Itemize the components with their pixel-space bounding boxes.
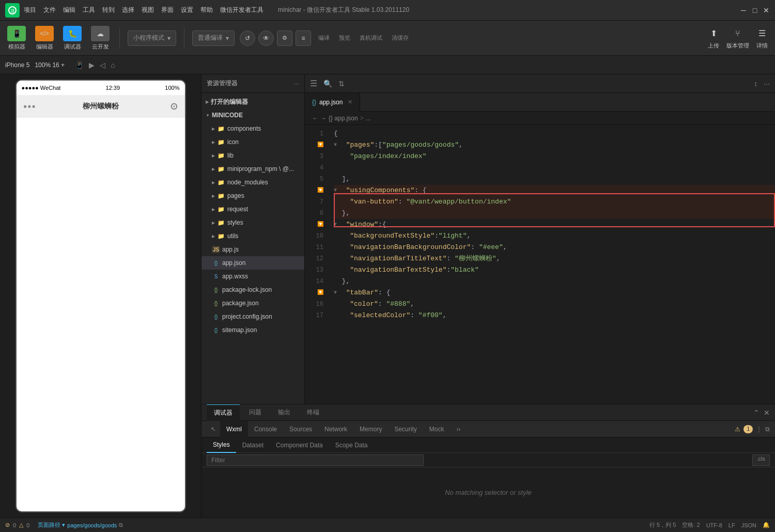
- debug-icon-button[interactable]: ⚙: [277, 30, 292, 46]
- app-logo: 迷: [5, 3, 20, 18]
- statusbar-bell-icon[interactable]: 🔔: [763, 522, 770, 528]
- folder-utils[interactable]: ▶ 📁 utils: [202, 229, 304, 243]
- menu-view[interactable]: 视图: [142, 6, 154, 14]
- zoom-level[interactable]: 100% 16 +: [35, 61, 65, 69]
- breadcrumb-more[interactable]: ...: [366, 115, 371, 122]
- tab-appjson[interactable]: {} app.json ✕: [305, 93, 360, 112]
- bottom-tab-issues[interactable]: 问题: [242, 404, 269, 421]
- menu-settings[interactable]: 设置: [181, 6, 193, 14]
- bottom-tab-terminal[interactable]: 终端: [300, 404, 327, 421]
- menu-interface[interactable]: 界面: [161, 6, 174, 14]
- home-icon[interactable]: ⌂: [111, 61, 115, 69]
- resource-more-icon[interactable]: ···: [294, 80, 299, 87]
- search-icon[interactable]: 🔍: [323, 80, 332, 88]
- folder-components[interactable]: ▶ 📁 components: [202, 122, 304, 135]
- minimize-button[interactable]: ─: [740, 7, 747, 14]
- styles-tab-styles[interactable]: Styles: [207, 437, 236, 453]
- close-button[interactable]: ✕: [763, 7, 770, 14]
- devtools-tab-sources[interactable]: Sources: [283, 421, 318, 437]
- menu-project[interactable]: 项目: [24, 6, 36, 14]
- devtools-tab-wxml[interactable]: Wxml: [220, 421, 248, 437]
- cls-button[interactable]: .cls: [752, 455, 770, 466]
- folder-icon[interactable]: ▶ 📁 icon: [202, 135, 304, 149]
- maximize-button[interactable]: □: [751, 7, 758, 14]
- folder-pages[interactable]: ▶ 📁 pages: [202, 189, 304, 202]
- device-name[interactable]: iPhone 5: [5, 61, 29, 69]
- menu-file[interactable]: 文件: [43, 6, 56, 14]
- folder-miniprogram-npm[interactable]: ▶ 📁 miniprogram_npm \ @...: [202, 162, 304, 176]
- debugger-button[interactable]: 🐛 调试器: [61, 26, 84, 51]
- editor-label: 编辑器: [36, 43, 53, 51]
- phone-more-dots[interactable]: •••: [24, 101, 37, 112]
- folder-lib[interactable]: ▶ 📁 lib: [202, 149, 304, 162]
- collapse-icon[interactable]: ↕: [754, 80, 757, 88]
- file-appjs-name: app.js: [222, 246, 239, 253]
- bottom-expand-icon[interactable]: ⌃: [753, 409, 760, 417]
- list-icon[interactable]: ☰: [310, 79, 317, 88]
- breadcrumb-back[interactable]: ←: [312, 115, 318, 122]
- open-editors-section[interactable]: ▶ 打开的编辑器: [202, 95, 304, 108]
- cloud-button[interactable]: ☁ 云开发: [89, 26, 112, 51]
- devtools-tab-memory[interactable]: Memory: [353, 421, 388, 437]
- file-appjs[interactable]: JS app.js: [202, 243, 304, 256]
- bottom-tab-output[interactable]: 输出: [271, 404, 298, 421]
- file-projectconfigjson[interactable]: {} project.config.json: [202, 310, 304, 323]
- folder-components-arrow: ▶: [212, 127, 215, 131]
- devtools-more-icon[interactable]: ⋮: [756, 426, 762, 433]
- back-icon[interactable]: ◁: [100, 61, 105, 69]
- mode-dropdown[interactable]: 小程序模式 ▾: [128, 30, 176, 46]
- bottom-close-icon[interactable]: ✕: [764, 409, 770, 417]
- file-packagejson[interactable]: {} package.json: [202, 296, 304, 310]
- menu-tool[interactable]: 工具: [83, 6, 95, 14]
- fold-6[interactable]: ▼: [334, 185, 337, 196]
- play-icon[interactable]: ▶: [89, 61, 95, 69]
- compile-dropdown[interactable]: 普通编译 ▾: [192, 30, 235, 46]
- phone-scan-icon[interactable]: ⊙: [170, 101, 178, 112]
- version-button[interactable]: ⑂ 版本管理: [726, 27, 749, 50]
- styles-tab-dataset[interactable]: Dataset: [236, 437, 270, 453]
- breadcrumb-file[interactable]: {} app.json: [329, 115, 358, 122]
- menu-goto[interactable]: 转到: [102, 6, 115, 14]
- menu-select[interactable]: 选择: [122, 6, 134, 14]
- statusbar-path[interactable]: 页面路径 ▾ pages/goods/goods ⧉: [38, 521, 123, 529]
- devtools-pointer-icon[interactable]: ↖: [207, 421, 220, 437]
- refresh-button[interactable]: ↺: [240, 30, 255, 46]
- menu-edit[interactable]: 编辑: [63, 6, 75, 14]
- devtools-tab-more[interactable]: ››: [450, 421, 467, 437]
- more-icon[interactable]: ···: [764, 80, 770, 88]
- devtools-panel-icon[interactable]: ⧉: [765, 426, 770, 433]
- folder-styles[interactable]: ▶ 📁 styles: [202, 216, 304, 229]
- bottom-tab-debugger[interactable]: 调试器: [207, 404, 240, 421]
- fold-15[interactable]: ▼: [334, 287, 337, 299]
- ln-14: 14: [305, 276, 323, 287]
- file-appwxss[interactable]: S app.wxss: [202, 270, 304, 283]
- menu-wechat[interactable]: 微信开发者工具: [220, 6, 264, 14]
- folder-node-modules[interactable]: ▶ 📁 node_modules: [202, 176, 304, 189]
- warn-count-badge: 1: [743, 425, 753, 433]
- devtools-tab-network[interactable]: Network: [318, 421, 353, 437]
- upload-button[interactable]: ⬆ 上传: [706, 27, 721, 50]
- styles-filter-input[interactable]: [207, 455, 424, 466]
- menu-help[interactable]: 帮助: [200, 6, 213, 14]
- devtools-tab-console[interactable]: Console: [248, 421, 283, 437]
- editor-button[interactable]: </> 编辑器: [33, 26, 56, 51]
- file-packagelockjson[interactable]: {} package-lock.json: [202, 283, 304, 296]
- minicode-section[interactable]: ▼ MINICODE: [202, 108, 304, 122]
- simulator-button[interactable]: 📱 模拟器: [5, 26, 28, 51]
- devtools-tab-security[interactable]: Security: [388, 421, 423, 437]
- file-appjson[interactable]: {} app.json: [202, 256, 304, 270]
- fold-9[interactable]: ▼: [334, 219, 337, 230]
- statusbar-copy-icon[interactable]: ⧉: [119, 522, 123, 528]
- styles-tab-scope-data[interactable]: Scope Data: [329, 437, 374, 453]
- sort-icon[interactable]: ⇅: [338, 80, 345, 88]
- breadcrumb-forward[interactable]: →: [320, 115, 327, 122]
- file-sitemapjson[interactable]: {} sitemap.json: [202, 323, 304, 337]
- preview-icon-button[interactable]: 👁: [258, 30, 274, 46]
- styles-tab-component-data[interactable]: Component Data: [270, 437, 329, 453]
- devtools-tab-mock[interactable]: Mock: [423, 421, 451, 437]
- layers-icon-button[interactable]: ≡: [296, 30, 311, 46]
- fold-2[interactable]: ▼: [334, 139, 337, 151]
- detail-button[interactable]: ☰ 详情: [754, 27, 770, 50]
- tab-close-icon[interactable]: ✕: [348, 99, 352, 105]
- folder-request[interactable]: ▶ 📁 request: [202, 202, 304, 216]
